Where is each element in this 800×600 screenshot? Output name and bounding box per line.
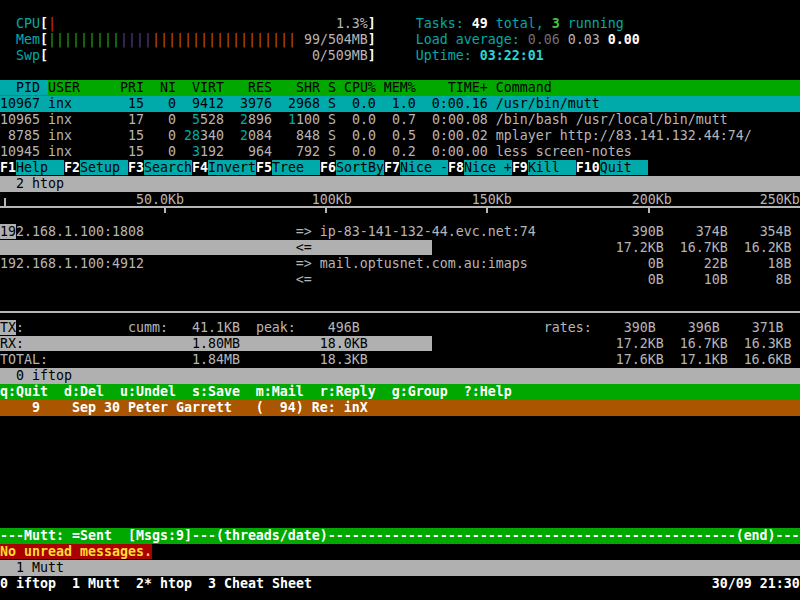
seg-fg: [0, 192, 136, 207]
htop-cpu-meter-tasks-line: CPU[| 1.3%] Tasks: 49 total, 3 running: [0, 16, 800, 32]
process-cell-s: S: [320, 112, 336, 127]
screen-caption-iftop: 0 iftop: [0, 368, 800, 384]
process-cell-s: S: [320, 144, 336, 159]
process-cell-mem%: 0.5: [376, 128, 416, 143]
seg-cyan: total,: [488, 16, 552, 31]
iftop-tx-totals-row: TX: cumm: 41.1KB peak: 496B rates: 390B …: [0, 320, 800, 336]
fkey-label[interactable]: Kill: [528, 160, 576, 175]
seg-white: F2: [64, 160, 80, 175]
seg-fg: 50.0Kb: [136, 192, 184, 207]
iftop-connection-rx-row: <= 0B 10B 8B: [0, 272, 800, 288]
process-cell-command: mplayer http://83.141.132.44:74/: [488, 128, 800, 143]
seg-cyan: Uptime:: [416, 48, 480, 63]
seg-fg: 17.2KB 16.7KB 16.2KB: [432, 240, 792, 255]
seg-dim: 0.06: [528, 32, 568, 47]
mutt-status-bar: ---Mutt: =Sent [Msgs:9]---(threads/date)…: [0, 528, 800, 544]
fkey-label[interactable]: Setup: [80, 160, 128, 175]
mutt-message-row[interactable]: 9 Sep 30 Peter Garrett ( 94) Re: inX: [0, 400, 800, 416]
seg-fg: 250Kb: [760, 192, 800, 207]
seg-white: F1: [0, 160, 16, 175]
seg-fg: rates: 390B 396B 371B: [360, 320, 784, 335]
seg-white: 0 iftop: [0, 576, 56, 591]
process-cell-user: inx: [48, 128, 120, 143]
col-header-res[interactable]: RES: [224, 80, 272, 95]
process-cell-user: inx: [48, 96, 120, 111]
process-cell-user: inx: [48, 112, 120, 127]
seg-cyan: Load average:: [416, 32, 528, 47]
seg-otick: ||||||||||||||||||: [152, 32, 296, 47]
seg-fg: [296, 32, 304, 47]
process-cell-ni: 0: [144, 128, 176, 143]
seg-cyan: Mem: [16, 32, 40, 47]
seg-fg: : cumm: 41.1KB peak: 496B: [16, 320, 360, 335]
screen-caption-mutt: 1 Mutt: [0, 560, 800, 576]
seg-fg: [376, 48, 416, 63]
seg-fg: [56, 576, 72, 591]
col-header-pri[interactable]: PRI: [120, 80, 144, 95]
fkey-label[interactable]: Search: [144, 160, 192, 175]
process-cell-cpu%: 0.0: [336, 128, 376, 143]
seg-white: ]: [368, 16, 376, 31]
process-cell-ni: 0: [144, 112, 176, 127]
seg-bar: 19: [0, 224, 16, 239]
process-row[interactable]: 8785 inx 15 0 28340 2084 848 S 0.0 0.5 0…: [0, 128, 800, 144]
seg-white: 49: [472, 16, 488, 31]
process-cell-mem%: 1.0: [376, 96, 416, 111]
process-cell-time+: 0:00.02: [416, 128, 488, 143]
seg-white: ]: [368, 48, 376, 63]
col-header-virt[interactable]: VIRT: [176, 80, 224, 95]
seg-fg: 150Kb: [472, 192, 512, 207]
iftop-connection-tx-row: 192.168.1.100:4912 => mail.optusnet.com.…: [0, 256, 800, 272]
col-header-pid[interactable]: PID: [0, 80, 48, 95]
seg-white: F7: [384, 160, 400, 175]
iftop-total-row: TOTAL: 1.84MB 18.3KB 17.6KB 17.1KB 16.6K…: [0, 352, 800, 368]
process-cell-res: 3976: [224, 96, 272, 111]
screen-hardstatus-bar: 0 iftop 1 Mutt 2* htop 3 Cheat Sheet 30/…: [0, 576, 800, 592]
process-cell-mem%: 0.7: [376, 112, 416, 127]
col-header-s[interactable]: S: [320, 80, 336, 95]
col-header-user[interactable]: USER: [48, 80, 120, 95]
fkey-label[interactable]: Help: [16, 160, 64, 175]
seg-gtick: |||||||||: [48, 32, 120, 47]
fkey-label[interactable]: Invert: [208, 160, 256, 175]
seg-wb: ---Mutt: =Sent [Msgs:9]---(threads/date)…: [0, 528, 800, 543]
iftop-scale: 50.0Kb 100Kb 150Kb 200Kb 250Kb: [0, 192, 800, 224]
col-header-command[interactable]: Command: [488, 80, 800, 95]
seg-fg: 99/504MB: [304, 32, 368, 47]
seg-wb: q:Quit d:Del u:Undel s:Save m:Mail r:Rep…: [0, 384, 512, 399]
seg-fg: 0.03: [568, 32, 608, 47]
process-row[interactable]: 10965 inx 17 0 5528 2896 1100 S 0.0 0.7 …: [0, 112, 800, 128]
col-header-mem%[interactable]: MEM%: [376, 80, 416, 95]
seg-white: ]: [368, 32, 376, 47]
process-table-header[interactable]: PID USER PRI NI VIRT RES SHR S CPU% MEM%…: [0, 80, 800, 96]
process-cell-pri: 15: [120, 128, 144, 143]
htop-function-key-bar[interactable]: F1Help F2Setup F3SearchF4InvertF5Tree F6…: [0, 160, 800, 176]
seg-btick: ||||: [120, 32, 152, 47]
blank-line: [0, 0, 800, 16]
fkey-label[interactable]: SortBy: [336, 160, 384, 175]
fkey-label[interactable]: Tree: [272, 160, 320, 175]
iftop-scale-tick: [648, 208, 650, 213]
process-row[interactable]: 10967 inx 15 0 9412 3976 2968 S 0.0 1.0 …: [0, 96, 800, 112]
seg-cyan: Tasks:: [416, 16, 472, 31]
fkey-label[interactable]: Nice +: [464, 160, 512, 175]
mutt-help-bar: q:Quit d:Del u:Undel s:Save m:Mail r:Rep…: [0, 384, 800, 400]
col-header-cpu%[interactable]: CPU%: [336, 80, 376, 95]
process-cell-s: S: [320, 96, 336, 111]
seg-cyan: Swp: [16, 48, 40, 63]
fkey-label[interactable]: Nice -: [400, 160, 448, 175]
fkey-label[interactable]: Quit: [600, 160, 648, 175]
col-header-shr[interactable]: SHR: [272, 80, 320, 95]
process-cell-virt: 528: [200, 112, 224, 127]
process-row[interactable]: 10945 inx 15 0 3192 964 792 S 0.0 0.2 0:…: [0, 144, 800, 160]
process-cell-command: /usr/bin/mutt: [488, 96, 800, 111]
seg-fg: [0, 48, 16, 63]
col-header-ni[interactable]: NI: [144, 80, 176, 95]
seg-cyan: CPU: [16, 16, 40, 31]
process-cell-virt: 3: [176, 144, 200, 159]
col-header-time+[interactable]: TIME+: [416, 80, 488, 95]
seg-fg: [0, 32, 16, 47]
process-cell-virt: 340: [200, 128, 224, 143]
process-cell-res: 964: [224, 144, 272, 159]
iftop-scale-tick: [4, 198, 6, 208]
